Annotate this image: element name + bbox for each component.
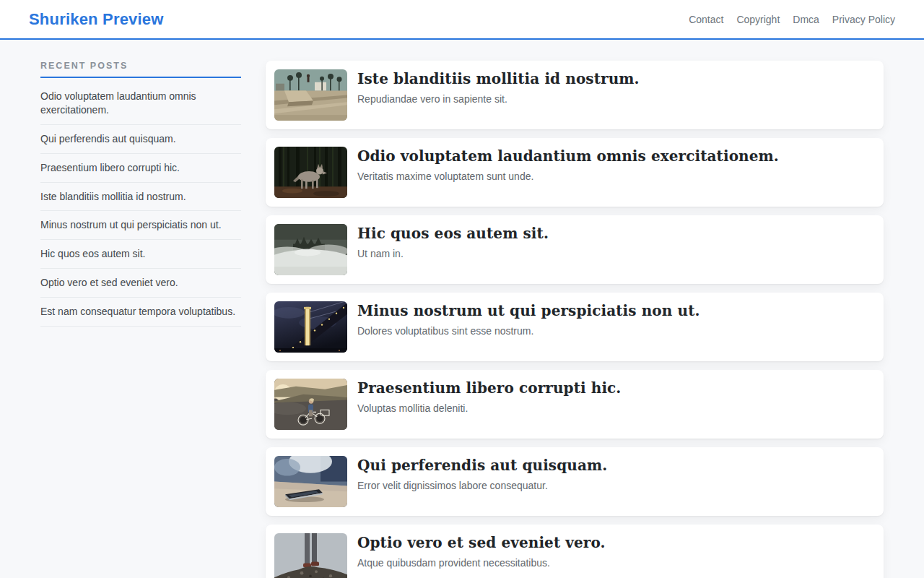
recent-post-link[interactable]: Praesentium libero corrupti hic. — [40, 154, 241, 183]
nav-link-copyright[interactable]: Copyright — [736, 14, 780, 25]
page-header: Shuriken Preview Contact Copyright Dmca … — [0, 0, 924, 40]
recent-post-link[interactable]: Hic quos eos autem sit. — [40, 240, 241, 269]
post-title: Qui perferendis aut quisquam. — [357, 457, 607, 474]
misty-island-photo — [274, 224, 347, 275]
skatepark-palm-trees-photo — [274, 69, 347, 121]
post-subtitle: Error velit dignissimos labore consequat… — [357, 480, 607, 491]
post-card[interactable]: Praesentium libero corrupti hic. Volupta… — [266, 370, 884, 439]
content-layout: RECENT POSTS Odio voluptatem laudantium … — [0, 40, 924, 578]
recent-posts-list: Odio voluptatem laudantium omnis exercit… — [40, 82, 241, 327]
recent-post-link[interactable]: Minus nostrum ut qui perspiciatis non ut… — [40, 211, 241, 240]
post-title: Hic quos eos autem sit. — [357, 225, 549, 242]
post-title: Odio voluptatem laudantium omnis exercit… — [357, 147, 779, 165]
post-card-body: Praesentium libero corrupti hic. Volupta… — [357, 379, 621, 430]
post-title: Praesentium libero corrupti hic. — [357, 379, 621, 397]
recent-post-link[interactable]: Optio vero et sed eveniet vero. — [40, 269, 241, 298]
post-card-body: Minus nostrum ut qui perspiciatis non ut… — [357, 301, 700, 353]
post-subtitle: Atque quibusdam provident necessitatibus… — [357, 557, 606, 569]
post-card-body: Iste blanditiis mollitia id nostrum. Rep… — [357, 69, 640, 121]
post-subtitle: Veritatis maxime voluptatem sunt unde. — [357, 171, 779, 182]
post-card[interactable]: Minus nostrum ut qui perspiciatis non ut… — [266, 293, 884, 361]
post-card-body: Optio vero et sed eveniet vero. Atque qu… — [357, 533, 606, 578]
recent-posts-heading: RECENT POSTS — [40, 61, 241, 78]
post-card[interactable]: Odio voluptatem laudantium omnis exercit… — [266, 138, 884, 207]
post-card[interactable]: Optio vero et sed eveniet vero. Atque qu… — [266, 525, 884, 578]
post-subtitle: Repudiandae vero in sapiente sit. — [357, 93, 640, 105]
post-title: Iste blanditiis mollitia id nostrum. — [357, 70, 640, 87]
post-card-body: Qui perferendis aut quisquam. Error veli… — [357, 456, 607, 507]
bridge-at-night-photo — [274, 301, 347, 353]
post-card-body: Hic quos eos autem sit. Ut nam in. — [357, 224, 549, 275]
post-card[interactable]: Iste blanditiis mollitia id nostrum. Rep… — [266, 61, 884, 129]
recent-post-link[interactable]: Est nam consequatur tempora voluptatibus… — [40, 298, 241, 327]
post-subtitle: Voluptas mollitia deleniti. — [357, 402, 621, 414]
post-title: Optio vero et sed eveniet vero. — [357, 534, 606, 551]
site-brand-link[interactable]: Shuriken Preview — [29, 10, 164, 29]
recent-post-link[interactable]: Odio voluptatem laudantium omnis exercit… — [40, 82, 241, 125]
post-card-body: Odio voluptatem laudantium omnis exercit… — [357, 147, 779, 198]
top-nav: Contact Copyright Dmca Privacy Policy — [689, 14, 895, 25]
legs-on-rocks-photo — [274, 533, 347, 578]
coyote-forest-photo — [274, 147, 347, 198]
post-card[interactable]: Hic quos eos autem sit. Ut nam in. — [266, 215, 884, 284]
bicycle-rider-photo — [274, 379, 347, 430]
post-subtitle: Ut nam in. — [357, 248, 549, 259]
recent-post-link[interactable]: Qui perferendis aut quisquam. — [40, 125, 241, 154]
nav-link-dmca[interactable]: Dmca — [793, 14, 819, 25]
post-title: Minus nostrum ut qui perspiciatis non ut… — [357, 302, 700, 319]
nav-link-contact[interactable]: Contact — [689, 14, 723, 25]
nav-link-privacy-policy[interactable]: Privacy Policy — [832, 14, 895, 25]
recent-posts-sidebar: RECENT POSTS Odio voluptatem laudantium … — [40, 61, 241, 327]
post-subtitle: Dolores voluptatibus sint esse nostrum. — [357, 325, 700, 337]
phone-on-table-photo — [274, 456, 347, 507]
recent-post-link[interactable]: Iste blanditiis mollitia id nostrum. — [40, 183, 241, 212]
post-card-list: Iste blanditiis mollitia id nostrum. Rep… — [266, 61, 884, 578]
post-card[interactable]: Qui perferendis aut quisquam. Error veli… — [266, 447, 884, 516]
